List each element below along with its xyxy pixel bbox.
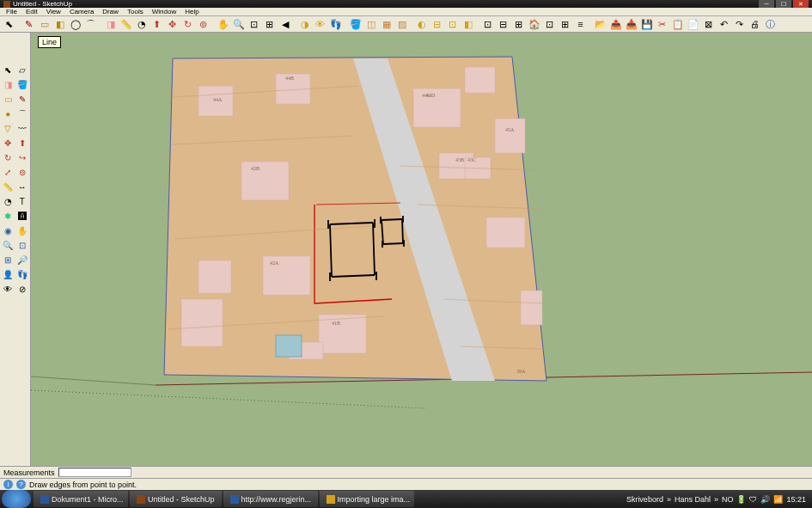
- tray-lang[interactable]: NO: [722, 495, 734, 504]
- axes-icon[interactable]: ⊞: [511, 17, 526, 32]
- orbit2-icon[interactable]: ◉: [1, 223, 15, 238]
- previous-icon[interactable]: ◀: [278, 17, 292, 32]
- menu-edit[interactable]: Edit: [21, 8, 42, 15]
- polygon-icon[interactable]: ▽: [1, 121, 15, 136]
- texture-icon[interactable]: ▨: [394, 17, 409, 32]
- menu-draw[interactable]: Draw: [98, 8, 123, 15]
- section2-icon[interactable]: ⊘: [15, 282, 30, 297]
- measurements-input[interactable]: [58, 468, 131, 477]
- cursor-icon[interactable]: ⬉: [1, 63, 15, 77]
- pencil-icon[interactable]: ✎: [21, 17, 36, 32]
- box-icon[interactable]: ◧: [52, 17, 67, 32]
- rotate2-icon[interactable]: ↻: [1, 150, 15, 165]
- undo-icon[interactable]: ↶: [717, 17, 731, 32]
- menu-help[interactable]: Help: [180, 8, 203, 15]
- dimension2-icon[interactable]: ↔: [15, 180, 30, 194]
- text2-icon[interactable]: T: [15, 194, 30, 209]
- followme2-icon[interactable]: ↪: [15, 150, 30, 165]
- menu-file[interactable]: File: [2, 8, 21, 15]
- scale2-icon[interactable]: ⤢: [1, 165, 15, 180]
- tray-desktop[interactable]: Skrivebord: [626, 495, 663, 504]
- zoom-icon[interactable]: 🔍: [231, 17, 246, 32]
- rotate-icon[interactable]: ↻: [180, 17, 195, 32]
- pan-icon[interactable]: ✋: [216, 17, 230, 32]
- shadow-icon[interactable]: ◐: [414, 17, 429, 32]
- close-button[interactable]: ✕: [793, 0, 809, 8]
- freehand-icon[interactable]: 〰: [15, 121, 30, 136]
- zoom-window-icon[interactable]: ⊡: [247, 17, 261, 32]
- start-button[interactable]: [2, 490, 31, 508]
- tray-icon[interactable]: 🔊: [760, 495, 770, 504]
- pushpull-icon[interactable]: ⬆: [150, 17, 164, 32]
- 3dtext2-icon[interactable]: 🅰: [15, 209, 30, 223]
- group-icon[interactable]: ▦: [379, 17, 394, 32]
- house-icon[interactable]: ⊞: [558, 17, 572, 32]
- system-tray[interactable]: Skrivebord » Hans Dahl » NO 🔋 🛡 🔊 📶 15:2…: [620, 495, 812, 504]
- menu-window[interactable]: Window: [148, 8, 180, 15]
- zoom2-icon[interactable]: 🔍: [1, 238, 15, 253]
- menu-tools[interactable]: Tools: [123, 8, 148, 15]
- help-icon[interactable]: 🖨: [748, 17, 762, 32]
- look2-icon[interactable]: 👁: [1, 282, 15, 297]
- pan2-icon[interactable]: ✋: [15, 223, 30, 238]
- save-icon[interactable]: 💾: [639, 17, 654, 32]
- zoom-extents-icon[interactable]: ⊞: [262, 17, 277, 32]
- cut-icon[interactable]: ✂: [655, 17, 669, 32]
- prev2-icon[interactable]: 🔎: [15, 253, 30, 267]
- minimize-button[interactable]: ─: [759, 0, 774, 8]
- scene-canvas[interactable]: 42A 42B 43B 43C 44A 44B 44C 44D 45A 41B …: [31, 33, 812, 466]
- rect2-icon[interactable]: ▭: [1, 92, 15, 107]
- taskbar-item[interactable]: Untitled - SketchUp: [130, 491, 222, 507]
- print-icon[interactable]: ⊠: [701, 17, 716, 32]
- arc2-icon[interactable]: ⌒: [15, 107, 30, 121]
- line-icon[interactable]: ✎: [15, 92, 30, 107]
- move-icon[interactable]: ✥: [165, 17, 180, 32]
- hidden-icon[interactable]: ⊡: [445, 17, 460, 32]
- maximize-button[interactable]: ☐: [776, 0, 791, 8]
- arc-icon[interactable]: ⌒: [83, 17, 98, 32]
- text-icon[interactable]: ⊟: [496, 17, 510, 32]
- tray-clock[interactable]: 15:21: [786, 495, 806, 504]
- tray-icon[interactable]: 📶: [773, 495, 783, 504]
- orbit-icon[interactable]: ◑: [297, 17, 312, 32]
- select-icon[interactable]: ⬉: [2, 17, 16, 32]
- viewport[interactable]: Line: [31, 33, 812, 466]
- walk-icon[interactable]: 👣: [328, 17, 343, 32]
- circle-icon[interactable]: ◯: [68, 17, 82, 32]
- tray-icon[interactable]: 🛡: [749, 495, 757, 504]
- tape2-icon[interactable]: 📏: [1, 180, 15, 194]
- eraser-icon[interactable]: ◨: [103, 17, 118, 32]
- rect-icon[interactable]: ▭: [37, 17, 52, 32]
- status-help-icon[interactable]: ?: [16, 480, 26, 489]
- tray-icon[interactable]: 🔋: [736, 495, 746, 504]
- export-icon[interactable]: 📤: [608, 17, 623, 32]
- position-icon[interactable]: 👤: [1, 267, 15, 282]
- styles-icon[interactable]: ◧: [461, 17, 475, 32]
- paint-icon[interactable]: 🪣: [348, 17, 363, 32]
- building-icon[interactable]: ⊡: [542, 17, 557, 32]
- warehouse-icon[interactable]: 📥: [624, 17, 638, 32]
- eraser2-icon[interactable]: ◨: [1, 77, 15, 92]
- info-icon[interactable]: ⓘ: [763, 17, 778, 32]
- walk2-icon[interactable]: 👣: [15, 267, 30, 282]
- menu-camera[interactable]: Camera: [65, 8, 98, 15]
- paste-icon[interactable]: 📄: [686, 17, 700, 32]
- zoomext2-icon[interactable]: ⊞: [1, 253, 15, 267]
- copy-icon[interactable]: 📋: [670, 17, 685, 32]
- taskbar-item[interactable]: Importing large ima...: [320, 491, 414, 507]
- axes2-icon[interactable]: ✱: [1, 209, 15, 223]
- redo-icon[interactable]: ↷: [732, 17, 747, 32]
- protractor-icon[interactable]: ◔: [134, 17, 149, 32]
- pushpull2-icon[interactable]: ⬆: [15, 136, 30, 150]
- component-icon[interactable]: ◫: [363, 17, 378, 32]
- status-info-icon[interactable]: i: [3, 480, 13, 489]
- offset2-icon[interactable]: ⊚: [15, 165, 30, 180]
- taskbar-item[interactable]: Dokument1 - Micro...: [34, 491, 128, 507]
- dimension-icon[interactable]: ⊡: [480, 17, 495, 32]
- taskbar-item[interactable]: http://www.regjerin...: [223, 491, 318, 507]
- move2-icon[interactable]: ✥: [1, 136, 15, 150]
- menu-view[interactable]: View: [42, 8, 65, 15]
- bucket-paint-icon[interactable]: 🪣: [15, 77, 30, 92]
- open-icon[interactable]: 📂: [593, 17, 607, 32]
- offset-icon[interactable]: ⊚: [196, 17, 211, 32]
